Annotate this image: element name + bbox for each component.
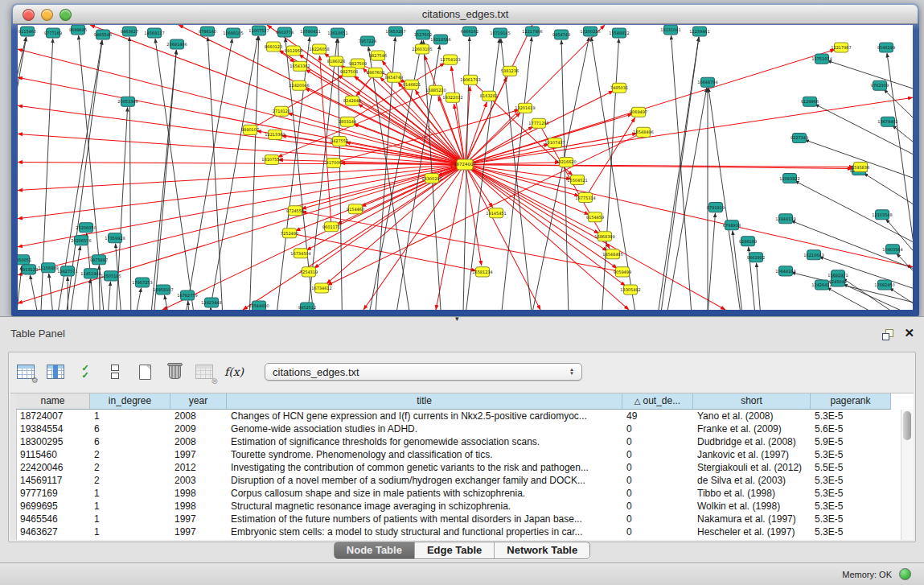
column-header-in_degree[interactable]: in_degree [90, 393, 170, 410]
graph-node[interactable]: 8163261 [480, 91, 498, 101]
graph-node[interactable]: 9452512 [298, 303, 316, 310]
graph-node[interactable]: 9827508 [340, 67, 358, 76]
graph-node[interactable]: 16581234 [472, 267, 492, 277]
float-panel-icon[interactable] [882, 329, 893, 340]
graph-node[interactable]: 11451944 [80, 269, 101, 278]
graph-node[interactable]: 6466162 [461, 27, 478, 36]
graph-node[interactable]: 9069497 [630, 107, 647, 117]
graph-node[interactable]: 8186328 [327, 56, 345, 66]
graph-node[interactable]: 12217987 [831, 43, 851, 52]
tab-edge-table[interactable]: Edge Table [414, 542, 494, 558]
graph-node[interactable]: 10590411 [300, 27, 320, 36]
column-header-name[interactable]: name [16, 393, 90, 410]
graph-node[interactable]: 10644168 [775, 266, 795, 276]
graph-node[interactable]: 12923448 [201, 298, 221, 307]
graph-node[interactable]: 10200215 [580, 27, 600, 36]
graph-node[interactable]: 9601171 [322, 222, 340, 232]
graph-node[interactable]: 16648794 [697, 77, 717, 87]
function-builder-icon[interactable]: f(x) [224, 360, 244, 383]
graph-node[interactable]: 15548812 [609, 28, 629, 38]
graph-node[interactable]: 9146821 [403, 80, 421, 89]
table-row[interactable]: 1938455462009Genome-wide association stu… [16, 422, 901, 435]
graph-node[interactable]: 10653287 [385, 27, 405, 36]
table-row[interactable]: 1830029562008Estimation of significance … [16, 435, 901, 448]
row-height-icon[interactable] [105, 360, 125, 383]
graph-node[interactable]: 12610651 [327, 28, 347, 38]
graph-node[interactable]: 8427552 [331, 136, 348, 146]
vertical-scrollbar[interactable] [901, 410, 914, 540]
graph-node[interactable]: 12103548 [872, 210, 892, 220]
graph-node[interactable]: 10403564 [882, 245, 902, 254]
graph-node[interactable]: 17359928 [105, 233, 125, 243]
tab-network-table[interactable]: Network Table [494, 542, 589, 558]
table-row[interactable]: 946554611997Estimation of the future num… [16, 513, 901, 525]
column-header-title[interactable]: title [227, 393, 622, 410]
graph-node[interactable]: 12754103 [440, 55, 460, 64]
graph-node[interactable]: 9129966 [801, 97, 819, 106]
tab-node-table[interactable]: Node Table [335, 542, 414, 558]
network-graph[interactable]: 9115460977716996996959465546946362714569… [18, 25, 913, 310]
graph-node[interactable]: 2867608 [367, 68, 384, 77]
graph-node[interactable]: 7485031 [610, 83, 628, 93]
graph-node[interactable]: 9861902 [747, 253, 765, 262]
graph-node[interactable]: 9890107 [241, 125, 259, 134]
graph-node[interactable]: 9245042 [829, 277, 847, 286]
minimize-button[interactable] [41, 9, 53, 21]
table-row[interactable]: 977716911998Corpus callosum shape and si… [16, 487, 901, 500]
graph-node[interactable]: 1527602 [414, 30, 432, 39]
graph-node[interactable]: 12217986 [522, 27, 542, 36]
delete-table-icon[interactable] [164, 360, 185, 383]
graph-node[interactable]: 13679402 [877, 117, 897, 126]
column-header-short[interactable]: short [693, 393, 811, 410]
graph-node[interactable]: 9059499 [614, 267, 631, 277]
close-button[interactable] [23, 9, 35, 21]
graph-node[interactable]: 10544690 [248, 301, 269, 310]
table-row[interactable]: 969969511998Structural magnetic resonanc… [16, 500, 901, 513]
column-header-year[interactable]: year [170, 393, 227, 410]
graph-node[interactable]: 15504521 [567, 175, 587, 185]
table-row[interactable]: 1872400712008Changes of HCN gene express… [16, 410, 901, 422]
graph-node[interactable]: 14569117 [144, 28, 164, 38]
table-row[interactable]: 1456911722003Disruption of a novel membe… [16, 474, 901, 487]
network-window-titlebar[interactable]: citations_edges.txt [13, 5, 918, 24]
graph-node[interactable]: 7252490 [281, 229, 298, 238]
graph-node[interactable]: 9454749 [552, 30, 570, 39]
graph-node[interactable]: 5381236 [501, 66, 519, 76]
graph-node[interactable]: 9115460 [18, 27, 36, 36]
graph-node[interactable]: 19322032 [442, 93, 462, 102]
graph-node[interactable]: 12213363 [265, 130, 285, 139]
zoom-button[interactable] [60, 9, 72, 21]
column-header-pagerank[interactable]: pagerank [811, 393, 891, 410]
table-row[interactable]: 911546021997Tourette syndrome. Phenomeno… [16, 448, 901, 461]
graph-node[interactable]: 7957224 [359, 36, 376, 46]
graph-node[interactable]: 9465546 [94, 30, 112, 39]
graph-node[interactable]: 9546299 [877, 43, 895, 52]
graph-node[interactable]: 22603105 [412, 44, 432, 54]
table-row[interactable]: 946362711997Embryonic stem cells: a mode… [16, 525, 901, 538]
select-rows-icon[interactable]: ✓ ✓ [75, 360, 96, 383]
graph-node[interactable]: 9154460 [347, 204, 364, 214]
graph-node[interactable]: 417006 [326, 158, 341, 167]
scrollbar-thumb[interactable] [903, 411, 911, 440]
graph-node[interactable]: 1595838 [852, 162, 869, 171]
graph-node[interactable]: 9154459 [586, 212, 604, 222]
graph-node[interactable]: 13427571 [57, 266, 77, 276]
graph-node[interactable]: 10719145 [490, 28, 510, 38]
graph-node[interactable]: 25206050 [76, 223, 96, 233]
graph-node[interactable]: 9786140 [199, 27, 216, 36]
graph-node[interactable]: 16782759 [177, 290, 197, 300]
graph-node[interactable]: 9603774 [276, 27, 294, 37]
graph-node[interactable]: 20206576 [71, 236, 91, 245]
close-panel-icon[interactable]: ✕ [904, 326, 914, 340]
graph-node[interactable]: 9242848 [343, 96, 361, 105]
graph-node[interactable]: 20053346 [117, 97, 138, 106]
graph-node[interactable]: 9762309 [871, 80, 889, 90]
graph-node[interactable]: 16543362 [290, 61, 310, 71]
graph-node[interactable]: 11007537 [248, 26, 269, 35]
graph-node[interactable]: 19061793 [460, 75, 480, 84]
graph-node[interactable]: 17957253 [132, 278, 152, 287]
graph-node[interactable]: 18131041 [660, 25, 680, 35]
graph-node[interactable]: 9724550 [286, 206, 304, 216]
graph-node[interactable]: 13305492 [620, 285, 640, 295]
graph-node[interactable]: 2803144 [339, 117, 356, 126]
